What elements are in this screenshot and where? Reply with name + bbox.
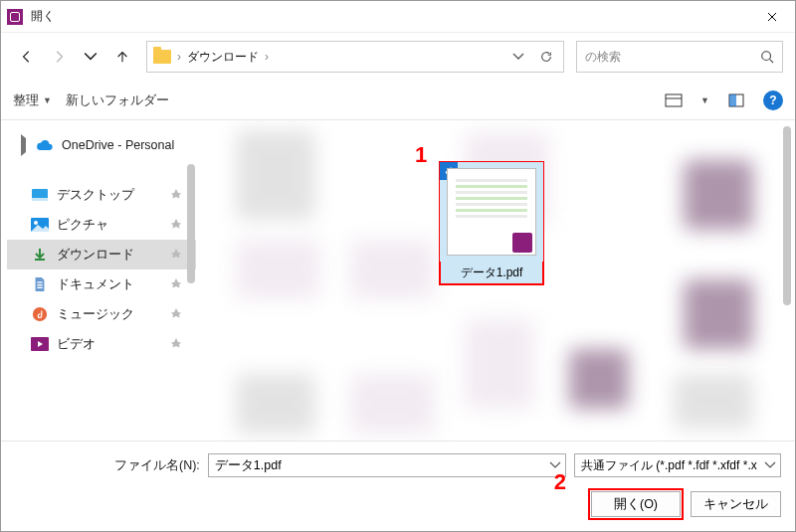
preview-pane-button[interactable] [723,88,749,113]
pictures-icon [31,216,49,234]
pin-icon [170,277,182,292]
pdf-thumbnail [447,168,536,256]
desktop-icon [31,186,49,204]
filename-input[interactable]: データ1.pdf [208,453,566,477]
cancel-button[interactable]: キャンセル [691,491,781,517]
sidebar-item-music[interactable]: ミュージック [7,299,196,329]
file-item[interactable] [569,349,629,409]
filename-value: データ1.pdf [215,457,282,474]
new-folder-button[interactable]: 新しいフォルダー [66,91,169,109]
sidebar-item-documents[interactable]: ドキュメント [7,269,196,299]
address-dropdown-button[interactable] [507,46,529,68]
chevron-down-icon[interactable] [764,458,776,472]
file-pane-scrollbar[interactable] [781,126,793,435]
refresh-button[interactable] [535,46,557,68]
organize-label: 整理 [13,91,39,109]
filename-label: ファイル名(N): [114,457,200,474]
svg-rect-8 [37,281,42,282]
file-item[interactable] [350,374,435,434]
svg-point-0 [762,52,771,61]
search-box[interactable]: の検索 [576,41,783,73]
chevron-right-icon [21,138,26,152]
file-item-selected[interactable]: ✓ データ1.pdf [440,162,543,284]
chevron-down-icon: ▼ [43,95,52,105]
sidebar-item-label: ビデオ [57,336,96,353]
back-button[interactable] [13,43,41,71]
window-title: 開く [31,8,749,25]
toolbar: 整理 ▼ 新しいフォルダー ▼ ? [1,81,795,120]
sidebar-item-label: ミュージック [57,306,134,323]
open-file-dialog: 開く › ダウンロード › の検索 整理 ▼ [0,0,796,532]
address-bar[interactable]: › ダウンロード › [146,41,564,73]
app-icon [7,9,23,25]
video-icon [31,335,49,353]
breadcrumb-sep: › [265,50,269,64]
nav-row: › ダウンロード › の検索 [1,33,795,81]
file-type-filter[interactable]: 共通ファイル (*.pdf *.fdf *.xfdf *.x [574,453,781,477]
music-icon [31,305,49,323]
pin-icon [170,218,182,233]
cancel-button-label: キャンセル [703,496,768,513]
sidebar: OneDrive - Personal デスクトップ ピクチャ ダウンロード ド… [1,120,196,441]
new-folder-label: 新しいフォルダー [66,91,169,109]
file-item[interactable] [236,374,315,434]
file-type-filter-label: 共通ファイル (*.pdf *.fdf *.xfdf *.x [581,457,757,474]
search-icon [760,50,774,64]
sidebar-item-label: ダウンロード [57,247,134,264]
file-item[interactable] [236,130,315,220]
sidebar-item-label: ドキュメント [57,276,134,293]
file-item[interactable] [684,160,753,230]
up-button[interactable] [108,43,136,71]
svg-point-7 [34,221,38,225]
document-icon [31,275,49,293]
titlebar: 開く [1,1,795,33]
sidebar-item-label: ピクチャ [57,217,108,234]
search-placeholder: の検索 [585,49,621,66]
cloud-icon [36,136,54,154]
breadcrumb-item[interactable]: ダウンロード [187,49,259,66]
file-item[interactable] [350,240,435,299]
file-list-pane[interactable]: ✓ データ1.pdf 1 [196,120,795,441]
file-item[interactable] [465,319,534,409]
pin-icon [170,307,182,322]
view-mode-button[interactable] [661,88,687,113]
pin-icon [170,248,182,263]
forward-button[interactable] [45,43,73,71]
pin-icon [170,188,182,203]
svg-rect-3 [729,94,736,106]
sidebar-item-downloads[interactable]: ダウンロード [7,240,196,269]
sidebar-item-videos[interactable]: ビデオ [7,329,196,359]
download-icon [31,246,49,264]
sidebar-item-pictures[interactable]: ピクチャ [7,210,196,240]
recent-button[interactable] [77,43,104,71]
annotation-1: 1 [415,142,427,168]
svg-rect-5 [32,198,48,201]
folder-icon [153,50,171,64]
svg-rect-10 [37,287,42,288]
pin-icon [170,337,182,352]
file-item[interactable] [674,374,753,429]
file-item[interactable] [684,279,753,349]
body: OneDrive - Personal デスクトップ ピクチャ ダウンロード ド… [1,120,795,441]
sidebar-scrollbar[interactable] [186,124,196,437]
sidebar-item-onedrive[interactable]: OneDrive - Personal [7,130,196,160]
file-item[interactable] [236,240,320,299]
open-button-label: 開く(O) [614,496,658,513]
sidebar-item-desktop[interactable]: デスクトップ [7,180,196,210]
footer: ファイル名(N): データ1.pdf 共通ファイル (*.pdf *.fdf *… [1,441,795,531]
sidebar-item-label: デスクトップ [57,187,134,204]
annotation-2: 2 [554,469,566,495]
close-button[interactable] [749,1,795,33]
chevron-down-icon: ▼ [700,95,709,105]
close-icon [767,12,777,22]
open-button[interactable]: 開く(O) [591,491,681,517]
sidebar-item-label: OneDrive - Personal [62,138,174,152]
file-name-label: データ1.pdf [440,262,543,284]
help-button[interactable]: ? [763,90,783,110]
svg-rect-1 [666,94,682,106]
breadcrumb-sep: › [177,50,181,64]
svg-rect-9 [37,284,42,285]
organize-menu[interactable]: 整理 ▼ [13,91,52,109]
